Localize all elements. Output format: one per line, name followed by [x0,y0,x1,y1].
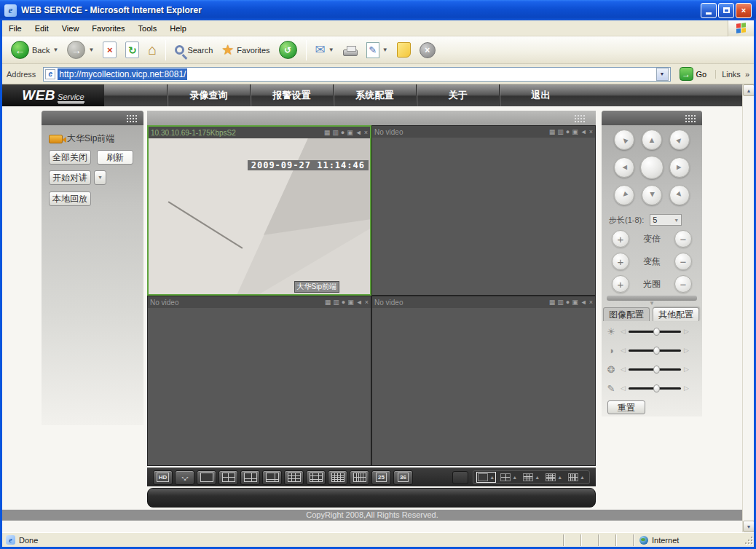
digital-zoom-icon[interactable]: ▦ [325,299,331,306]
back-button[interactable]: ← Back ▼ [8,39,61,60]
tab-image-config[interactable]: 图像配置 [603,307,650,321]
address-input[interactable]: e http://mycollection.vicp.net:8081/ ▼ [43,67,670,82]
saturation-slider[interactable] [629,368,681,371]
slider-left-icon[interactable]: ◁ [621,366,626,373]
record-icon[interactable]: ● [566,299,570,306]
history-button[interactable]: ↺ [276,39,300,60]
snapshot-icon[interactable]: ▣ [347,129,353,136]
stream-25-button[interactable]: ▲ [567,473,586,482]
snapshot-icon[interactable]: ▣ [347,299,354,306]
local-playback-button[interactable]: 本地回放 [49,191,91,206]
close-stream-icon[interactable]: × [589,128,593,135]
audio-icon[interactable]: ◄ [356,299,363,306]
video-cell-3[interactable]: No video ▦ ▥ ● ▣ ◄ × [147,296,371,466]
video-cell-2[interactable]: No video ▦ ▥ ● ▣ ◄ × [371,125,596,296]
ptz-down-left-button[interactable]: ▲ [614,185,634,205]
close-stream-icon[interactable]: × [365,299,369,306]
focus-plus-button[interactable]: + [612,253,629,270]
ptz-left-button[interactable]: ▲ [614,157,634,178]
layout-1-button[interactable] [197,470,216,485]
zoom-plus-button[interactable]: + [612,230,629,248]
digital-zoom-icon[interactable]: ▦ [549,299,556,306]
start-talk-button[interactable]: 开始对讲 [49,170,91,185]
slider-right-icon[interactable]: ▷ [684,328,689,335]
close-button[interactable]: × [736,3,752,18]
close-stream-icon[interactable]: × [364,129,368,136]
messenger-button[interactable]: × [417,41,438,60]
ptz-right-button[interactable]: ▲ [669,157,690,178]
print-button[interactable] [340,42,361,58]
audio-icon[interactable]: ◄ [355,129,362,136]
menu-edit[interactable]: Edit [28,22,55,35]
menu-favorites[interactable]: Favorites [85,22,131,35]
multi-screen-icon[interactable]: ▥ [557,128,564,135]
multi-screen-icon[interactable]: ▥ [333,299,339,306]
ptz-up-right-button[interactable]: ▲ [669,130,690,150]
layout-36-button[interactable]: 36 [393,470,413,485]
video-cell-1[interactable]: 10.30.10.69-1-175KbpsS2 ▦ ▥ ● ▣ ◄ × [147,125,371,296]
snapshot-icon[interactable]: ▣ [572,128,578,135]
ptz-up-button[interactable]: ▲ [642,130,662,150]
record-icon[interactable]: ● [341,129,344,136]
layout-9-button[interactable] [284,470,304,485]
slider-left-icon[interactable]: ◁ [621,384,626,392]
forward-dropdown-icon[interactable]: ▼ [88,47,94,53]
digital-zoom-icon[interactable]: ▦ [549,128,556,135]
slider-thumb[interactable] [653,366,660,374]
edit-button[interactable]: ✎ ▼ [363,41,391,60]
menu-help[interactable]: Help [163,22,193,35]
close-stream-icon[interactable]: × [589,299,593,306]
slider-right-icon[interactable]: ▷ [684,347,689,354]
audio-icon[interactable]: ◄ [580,128,587,135]
slider-thumb[interactable] [653,328,660,336]
record-icon[interactable]: ● [342,299,345,306]
multi-screen-icon[interactable]: ▥ [332,129,339,136]
resize-grip[interactable] [744,535,754,545]
address-dropdown-button[interactable]: ▼ [656,68,669,81]
device-row[interactable]: 大华Sip前端 [42,125,143,145]
menu-tools[interactable]: Tools [132,22,164,35]
reset-button[interactable]: 重置 [607,400,645,414]
video-area-grip[interactable] [147,111,596,125]
refresh-button[interactable]: ↻ [122,40,142,60]
nav-record-query[interactable]: 录像查询 [167,84,250,106]
slider-right-icon[interactable]: ▷ [684,366,689,373]
stream-1-button[interactable]: ▲ [477,473,495,482]
search-button[interactable]: Search [172,44,216,56]
audio-icon[interactable]: ◄ [580,299,587,306]
hd-button[interactable]: HD [153,470,173,485]
go-button[interactable]: → Go [675,67,712,81]
video-cell-4[interactable]: No video ▦ ▥ ● ▣ ◄ × [371,296,596,466]
zoom-minus-button[interactable]: − [674,230,692,248]
stop-button[interactable]: × [100,40,119,60]
mail-dropdown-icon[interactable]: ▼ [328,47,334,53]
device-panel-grip[interactable] [42,111,143,125]
stream-toggle-button[interactable] [452,471,468,484]
refresh-device-button[interactable]: 刷新 [97,150,133,165]
stream-16-button[interactable]: ▲ [545,473,563,482]
digital-zoom-icon[interactable]: ▦ [324,129,331,136]
page-scrollbar[interactable]: ▲ ▼ [742,84,754,532]
nav-about[interactable]: 关于 [416,84,499,106]
ptz-center-button[interactable] [640,156,664,179]
stream-9-button[interactable]: ▲ [522,473,540,482]
maximize-button[interactable] [718,3,734,18]
menu-view[interactable]: View [55,22,86,35]
forward-button[interactable]: → ▼ [64,39,97,60]
slider-thumb[interactable] [653,347,660,355]
scroll-up-button[interactable]: ▲ [743,84,754,96]
layout-4-button[interactable] [218,470,238,485]
mail-button[interactable]: ✉ ▼ [312,41,337,59]
minimize-button[interactable] [701,3,717,18]
nav-logout[interactable]: 退出 [499,84,582,106]
nav-alarm-setup[interactable]: 报警设置 [250,84,333,106]
snapshot-icon[interactable]: ▣ [572,299,578,306]
favorites-button[interactable]: ★ Favorites [218,40,272,60]
layout-6-button[interactable] [240,470,260,485]
home-button[interactable]: ⌂ [145,40,160,60]
hue-slider[interactable] [629,387,681,390]
links-bar[interactable]: Links » [715,70,749,79]
step-select[interactable]: 5 ▼ [650,214,682,226]
stream-4-button[interactable]: ▲ [500,473,518,482]
slider-left-icon[interactable]: ◁ [621,328,626,335]
